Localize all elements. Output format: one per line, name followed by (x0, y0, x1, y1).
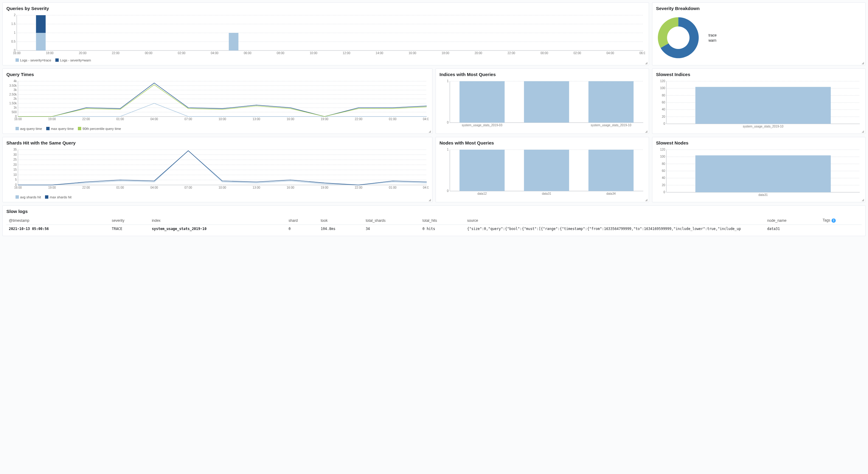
panel-title: Queries by Severity (6, 6, 645, 11)
svg-text:3k: 3k (13, 88, 17, 92)
column-header[interactable]: Tagsi (820, 216, 862, 225)
column-header[interactable]: took (318, 216, 363, 225)
svg-text:04:00: 04:00 (150, 186, 158, 189)
legend-item[interactable]: trace (707, 33, 717, 37)
svg-text:0: 0 (447, 189, 448, 192)
svg-text:10:00: 10:00 (218, 186, 226, 189)
svg-text:16:00: 16:00 (286, 186, 294, 189)
chart-shards-same-query[interactable]: 0510152025303516:0019:0022:0001:0004:000… (6, 148, 429, 194)
cell: 104.8ms (318, 225, 363, 233)
svg-rect-75 (589, 81, 633, 123)
resize-handle-icon[interactable]: ◢ (862, 61, 864, 64)
svg-text:22:00: 22:00 (507, 52, 515, 55)
panel-title: Severity Breakdown (656, 6, 862, 11)
resize-handle-icon[interactable]: ◢ (862, 129, 864, 133)
chart-slowest-nodes[interactable]: 020406080100120data31 (656, 148, 862, 199)
svg-text:35: 35 (13, 148, 17, 151)
svg-text:22:00: 22:00 (82, 186, 90, 189)
svg-text:100: 100 (660, 86, 665, 90)
resize-handle-icon[interactable]: ◢ (645, 61, 648, 64)
panel-title: Slowest Nodes (656, 140, 862, 145)
svg-rect-150 (695, 155, 831, 192)
column-header[interactable]: @timestamp (6, 216, 110, 225)
svg-text:19:00: 19:00 (320, 117, 328, 121)
column-header[interactable]: index (149, 216, 286, 225)
panel-title: Indices with Most Queries (439, 72, 645, 77)
legend-item[interactable]: max shards hit (45, 195, 71, 199)
resize-handle-icon[interactable]: ◢ (645, 198, 648, 201)
svg-text:0.5: 0.5 (11, 40, 16, 43)
svg-text:01:00: 01:00 (389, 117, 396, 121)
svg-rect-133 (589, 150, 633, 191)
svg-text:20:00: 20:00 (474, 52, 482, 55)
panel-nodes-most-queries: Nodes with Most Queries 01data12data31da… (436, 137, 649, 202)
svg-text:13:00: 13:00 (252, 117, 260, 121)
column-header[interactable]: total_hits (420, 216, 465, 225)
column-header[interactable]: source (465, 216, 765, 225)
svg-text:14:00: 14:00 (376, 52, 383, 55)
legend-item[interactable]: avg query time (16, 127, 42, 130)
svg-text:06:00: 06:00 (244, 52, 251, 55)
svg-text:22:00: 22:00 (354, 186, 362, 189)
column-header[interactable]: severity (110, 216, 150, 225)
svg-text:data12: data12 (477, 192, 487, 195)
svg-rect-73 (460, 81, 504, 123)
slow-logs-table: @timestampseverityindexshardtooktotal_sh… (6, 216, 862, 233)
svg-text:06:00: 06:00 (639, 52, 645, 55)
column-header[interactable]: total_shards (363, 216, 420, 225)
svg-text:01:00: 01:00 (389, 186, 396, 189)
svg-text:2: 2 (14, 13, 16, 17)
svg-text:1: 1 (447, 80, 448, 83)
resize-handle-icon[interactable]: ◢ (862, 198, 864, 201)
svg-text:system_usage_stats_2019-03: system_usage_stats_2019-03 (462, 123, 502, 127)
table-row[interactable]: 2021-10-13 05:00:56TRACEsystem_usage_sta… (6, 225, 862, 233)
svg-rect-31 (36, 33, 45, 51)
resize-handle-icon[interactable]: ◢ (645, 129, 648, 133)
svg-text:data31: data31 (758, 193, 768, 197)
panel-title: Slow logs (6, 209, 862, 214)
chart-nodes-most-queries[interactable]: 01data12data31data34 (439, 148, 645, 199)
svg-text:02:00: 02:00 (574, 52, 581, 55)
chart-indices-most-queries[interactable]: 01system_usage_stats_2019-03system_usage… (439, 80, 645, 130)
svg-text:system_usage_stats_2019-10: system_usage_stats_2019-10 (743, 125, 783, 128)
panel-title: Shards Hit with the Same Query (6, 140, 429, 145)
svg-rect-74 (524, 81, 569, 123)
resize-handle-icon[interactable]: ◢ (429, 198, 431, 201)
svg-text:04:00: 04:00 (423, 117, 429, 121)
svg-text:04:00: 04:00 (150, 117, 158, 121)
panel-slowest-indices: Slowest Indices 020406080100120system_us… (652, 68, 866, 134)
svg-text:13:00: 13:00 (252, 186, 260, 189)
legend-item[interactable]: max query time (46, 127, 73, 130)
svg-text:20: 20 (662, 183, 665, 187)
svg-text:20: 20 (13, 163, 17, 167)
legend-item[interactable]: Logs - severity=warn (55, 58, 91, 62)
panel-severity-breakdown: Severity Breakdown tracewarn ◢ (652, 2, 866, 65)
svg-text:16:00: 16:00 (14, 117, 22, 121)
svg-text:10: 10 (13, 173, 17, 176)
svg-text:60: 60 (662, 169, 665, 173)
legend-item[interactable]: warn (707, 38, 717, 42)
chart-severity-breakdown[interactable]: tracewarn (656, 13, 862, 62)
chart-query-times[interactable]: 05001k1.50k2k2.50k3k3.50k4k16:0019:0022:… (6, 80, 429, 126)
legend-item[interactable]: 90th percentile query time (78, 127, 121, 130)
svg-text:10:00: 10:00 (218, 117, 226, 121)
legend-item[interactable]: avg shards hit (16, 195, 41, 199)
svg-text:08:00: 08:00 (277, 52, 284, 55)
chart-slowest-indices[interactable]: 020406080100120system_usage_stats_2019-1… (656, 80, 862, 130)
column-header[interactable]: node_name (765, 216, 820, 225)
svg-text:40: 40 (662, 108, 665, 111)
svg-text:22:00: 22:00 (82, 117, 90, 121)
svg-text:16:00: 16:00 (409, 52, 416, 55)
cell (820, 225, 862, 233)
svg-text:18:00: 18:00 (442, 52, 449, 55)
resize-handle-icon[interactable]: ◢ (429, 129, 431, 133)
svg-text:07:00: 07:00 (184, 186, 192, 189)
info-icon[interactable]: i (832, 218, 836, 223)
cell: data31 (765, 225, 820, 233)
legend: avg query timemax query time90th percent… (6, 127, 429, 130)
column-header[interactable]: shard (286, 216, 318, 225)
chart-queries-by-severity[interactable]: 00.511.5216:0018:0020:0022:0000:0002:000… (6, 13, 645, 57)
legend-item[interactable]: Logs - severity=trace (16, 58, 51, 62)
svg-text:04:00: 04:00 (423, 186, 429, 189)
svg-rect-92 (695, 87, 831, 124)
